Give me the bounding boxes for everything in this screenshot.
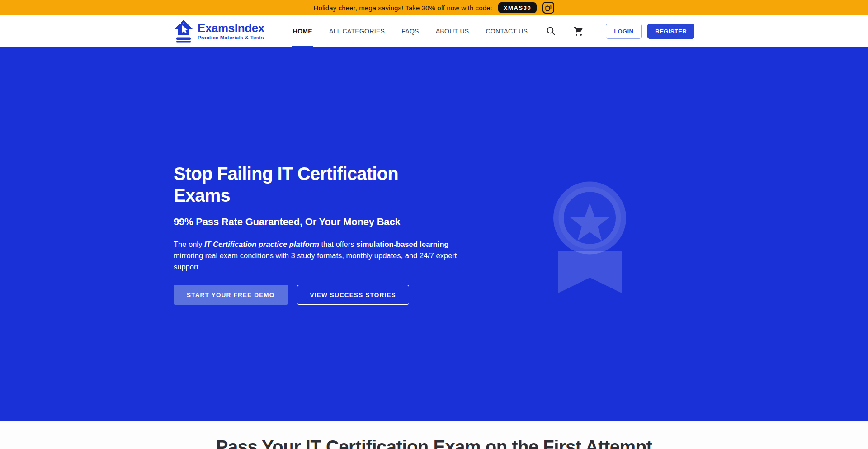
site-header: ExamsIndex Practice Materials & Tests HO… [0, 15, 868, 47]
nav-item-about-us[interactable]: ABOUT US [435, 15, 470, 47]
hero-subtitle: 99% Pass Rate Guaranteed, Or Your Money … [174, 216, 476, 228]
hero-title-line2: Exams [174, 185, 230, 205]
start-free-demo-button[interactable]: START YOUR FREE DEMO [174, 285, 288, 305]
hero-section: Stop Failing IT CertificationExams 99% P… [0, 47, 868, 421]
search-icon [546, 26, 556, 36]
view-success-stories-button[interactable]: VIEW SUCCESS STORIES [297, 285, 409, 305]
nav-item-faqs[interactable]: FAQS [401, 15, 420, 47]
hero-description: The only IT Certification practice platf… [174, 239, 467, 272]
main-nav: HOME ALL CATEGORIES FAQS ABOUT US CONTAC… [292, 15, 528, 47]
promo-banner: Holiday cheer, mega savings! Take 30% of… [0, 0, 868, 15]
hero-title-line1: Stop Failing IT Certification [174, 164, 398, 184]
award-ribbon-star-icon [548, 181, 632, 296]
promo-message: Holiday cheer, mega savings! Take 30% of… [314, 4, 492, 12]
nav-item-contact-us[interactable]: CONTACT US [485, 15, 528, 47]
login-button[interactable]: LOGIN [606, 24, 642, 39]
nav-item-all-categories[interactable]: ALL CATEGORIES [329, 15, 385, 47]
logo-tagline: Practice Materials & Tests [198, 35, 264, 41]
next-section-heading: Pass Your IT Certification Exam on the F… [0, 437, 868, 449]
hero-desc-part2: that offers [319, 240, 356, 248]
cart-icon [573, 26, 584, 37]
copy-coupon-button[interactable] [542, 2, 554, 14]
hero-title: Stop Failing IT CertificationExams [174, 163, 476, 206]
logo-name: ExamsIndex [198, 22, 264, 34]
next-section: Pass Your IT Certification Exam on the F… [0, 421, 868, 449]
logo-icon [174, 19, 193, 43]
coupon-code-badge[interactable]: XMAS30 [498, 2, 537, 13]
cart-button[interactable] [573, 26, 584, 37]
register-button[interactable]: REGISTER [647, 24, 694, 39]
copy-icon [545, 5, 552, 11]
hero-desc-part3: mirroring real exam conditions with 3 st… [174, 251, 457, 271]
logo[interactable]: ExamsIndex Practice Materials & Tests [174, 19, 264, 43]
search-button[interactable] [546, 26, 556, 36]
hero-desc-part1: The only [174, 240, 204, 248]
hero-desc-emphasis-italic: IT Certification practice platform [204, 240, 319, 248]
nav-item-home[interactable]: HOME [292, 15, 313, 47]
hero-desc-emphasis-bold: simulation-based learning [356, 240, 448, 248]
